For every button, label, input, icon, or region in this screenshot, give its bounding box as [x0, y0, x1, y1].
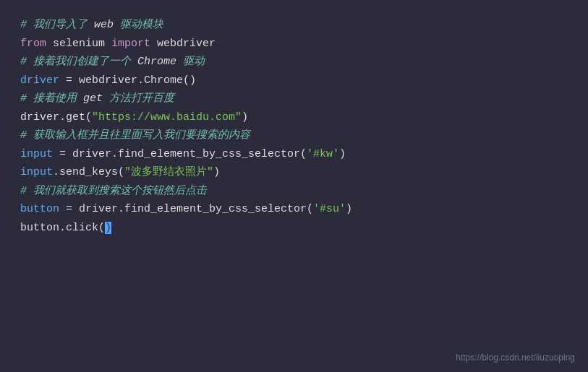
code-text: )	[346, 203, 352, 215]
code-text: = webdriver.Chrome()	[59, 74, 196, 87]
code-line-5: # 接着使用 get 方法打开百度	[20, 90, 568, 108]
keyword-import: import	[111, 38, 150, 50]
code-text: .send_keys(	[53, 166, 124, 178]
keyword-from: from	[20, 38, 46, 50]
code-line-3: # 接着我们创建了一个 Chrome 驱动	[20, 53, 568, 72]
code-text: = driver.find_element_by_css_selector(	[53, 148, 307, 160]
code-text: driver.get(	[20, 111, 92, 124]
cursor: )	[105, 222, 111, 234]
code-line-11: button = driver.find_element_by_css_sele…	[20, 200, 568, 219]
code-line-7: # 获取输入框并且往里面写入我们要搜索的内容	[20, 126, 568, 145]
code-text: button.click(	[20, 222, 105, 234]
code-line-6: driver.get("https://www.baidu.com")	[20, 108, 568, 127]
code-text: = driver.find_element_by_css_selector(	[59, 203, 313, 215]
code-text: )	[242, 111, 248, 124]
string-chinese: "波多野结衣照片"	[124, 166, 213, 178]
code-block: # 我们导入了 web 驱动模块 from selenium import we…	[0, 0, 588, 253]
code-text: button	[20, 203, 59, 215]
code-line-9: input.send_keys("波多野结衣照片")	[20, 163, 568, 182]
code-line-12: button.click()	[20, 219, 568, 238]
code-text: input	[20, 148, 53, 160]
watermark: https://blog.csdn.net/liuzuoping	[456, 350, 575, 365]
code-line-8: input = driver.find_element_by_css_selec…	[20, 145, 568, 164]
code-line-2: from selenium import webdriver	[20, 35, 568, 53]
code-text: webdriver	[150, 38, 216, 50]
code-text: driver	[20, 74, 59, 87]
string-selector: '#kw'	[307, 148, 339, 160]
code-line-10: # 我们就获取到搜索这个按钮然后点击	[20, 182, 568, 201]
code-text: )	[339, 148, 346, 160]
code-text: )	[213, 166, 220, 178]
string-url: "https://www.baidu.com"	[92, 111, 242, 124]
string-selector: '#su'	[313, 203, 346, 215]
code-text: input	[20, 166, 53, 178]
code-line-1: # 我们导入了 web 驱动模块	[20, 16, 568, 35]
code-line-4: driver = webdriver.Chrome()	[20, 72, 568, 90]
code-text: selenium	[46, 38, 111, 50]
